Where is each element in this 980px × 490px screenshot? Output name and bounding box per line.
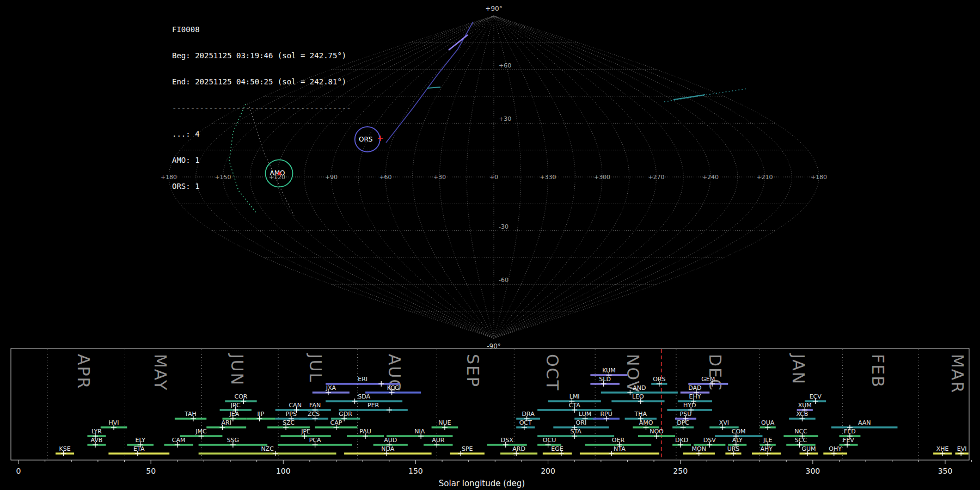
east-track-dotted xyxy=(664,89,747,102)
capture-info: FI0008 Beg: 20251125 03:19:46 (sol = 242… xyxy=(172,8,351,208)
activity-timeline: APRMAYJUNJULAUGSEPOCTNOVDECJANFEBMARKUME… xyxy=(11,348,972,488)
shower-label-cor: COR xyxy=(234,393,247,400)
shower-label-leo: LEO xyxy=(632,393,644,400)
shower-label-jxa: JXA xyxy=(326,384,336,391)
month-label-mar: MAR xyxy=(948,354,967,394)
shower-label-aan: AAN xyxy=(858,419,871,426)
shower-label-sta: STA xyxy=(570,428,581,435)
info-separator: --------------------------------------- xyxy=(172,103,351,112)
shower-label-per: PER xyxy=(367,402,379,409)
x-tick-label: 300 xyxy=(805,467,820,475)
month-label-oct: OCT xyxy=(543,354,562,391)
latitude-label: -30 xyxy=(499,223,509,230)
count-amo: AMO: 1 xyxy=(172,156,351,164)
shower-label-sld: SLD xyxy=(599,376,611,383)
begin-time: Beg: 20251125 03:19:46 (sol = 242.75°) xyxy=(172,51,351,60)
shower-label-ocu: OCU xyxy=(543,437,556,444)
pole-north-label: +90° xyxy=(485,5,502,13)
longitude-label: +210 xyxy=(756,174,773,181)
shower-label-ssg: SSG xyxy=(227,437,240,444)
month-label-apr: APR xyxy=(74,354,93,389)
longitude-label: +60 xyxy=(379,174,391,181)
x-tick-label: 250 xyxy=(673,467,688,475)
shower-label-dpc: DPC xyxy=(677,419,689,426)
month-label-feb: FEB xyxy=(868,354,887,388)
shower-label-eri: ERI xyxy=(358,376,367,383)
shower-label-ari: ARI xyxy=(222,419,231,426)
shower-label-nue: NUE xyxy=(438,419,451,426)
shower-label-and: AND xyxy=(633,384,646,391)
shower-label-fan: FAN xyxy=(309,402,321,409)
count-sporadic: ...: 4 xyxy=(172,130,351,138)
shower-label-kum: KUM xyxy=(602,367,615,374)
x-tick-label: 200 xyxy=(541,467,555,475)
month-label-may: MAY xyxy=(151,354,170,391)
shower-label-amo: AMO xyxy=(639,419,653,426)
shower-label-aur: AUR xyxy=(432,437,445,444)
shower-label-jle: JLE xyxy=(763,437,772,444)
month-label-jul: JUL xyxy=(306,353,325,383)
shower-label-aly: ALY xyxy=(732,437,743,444)
shower-label-gdr: GDR xyxy=(339,411,352,418)
shower-label-ohy: OHY xyxy=(829,445,842,452)
shower-label-cta: CTA xyxy=(569,402,581,409)
shower-label-ard: ARD xyxy=(512,445,525,452)
longitude-label: +0 xyxy=(489,174,498,181)
shower-label-jmc: JMC xyxy=(195,428,207,435)
shower-label-jrc: JRC xyxy=(230,402,241,409)
shower-label-cap: CAP xyxy=(330,419,342,426)
shower-label-spe: SPE xyxy=(462,445,473,452)
shower-label-dad: DAD xyxy=(688,384,701,391)
shower-label-tha: THA xyxy=(634,411,647,418)
x-axis: 050100150200250300350Solar longitude (de… xyxy=(16,460,972,488)
shower-bars: KUMERISLDORSGEMJXAKCGANDDADCORSDALMILEOE… xyxy=(56,367,969,456)
ors-meteor-trail xyxy=(386,22,473,143)
station-id: FI0008 xyxy=(172,25,351,34)
shower-label-nda: NDA xyxy=(381,445,395,452)
latitude-label: +30 xyxy=(499,115,511,122)
shower-label-ors: ORS xyxy=(653,376,665,383)
shower-label-com: COM xyxy=(732,428,746,435)
shower-label-scc: SCC xyxy=(795,437,807,444)
shower-label-hyd: HYD xyxy=(683,402,696,409)
shower-label-mon: MON xyxy=(692,445,706,452)
shower-label-nia: NIA xyxy=(414,428,425,435)
latitude-label: +60 xyxy=(499,62,511,69)
month-label-dec: DEC xyxy=(706,354,725,391)
shower-label-ege: EGE xyxy=(551,445,563,452)
shower-label-oer: OER xyxy=(612,437,625,444)
shower-label-eta: ETA xyxy=(133,445,145,452)
shower-label-dra: DRA xyxy=(522,411,535,418)
x-tick-label: 0 xyxy=(16,467,21,475)
shower-label-aud: AUD xyxy=(384,437,397,444)
shower-label-pps: PPS xyxy=(286,411,297,418)
shower-label-xum: XUM xyxy=(798,402,812,409)
shower-label-xvi: XVI xyxy=(719,419,729,426)
shower-label-oct: OCT xyxy=(519,419,532,426)
month-label-jun: JUN xyxy=(228,353,247,386)
pole-south-label: -90° xyxy=(487,342,501,350)
x-tick-label: 150 xyxy=(408,467,423,475)
shower-label-ori: ORI xyxy=(576,419,587,426)
meteor-detection-report: +90°-90°+60+30-30-60+180+150+120+90+60+3… xyxy=(0,0,980,490)
shower-label-jpe: JPE xyxy=(301,428,310,435)
shower-label-iip: IIP xyxy=(257,411,264,418)
shower-label-psu: PSU xyxy=(680,411,692,418)
meridian-line xyxy=(413,16,494,338)
count-ors: ORS: 1 xyxy=(172,182,351,191)
month-label-jan: JAN xyxy=(789,353,808,385)
shower-label-lyr: LYR xyxy=(91,428,102,435)
shower-label-dsx: DSX xyxy=(501,437,513,444)
shower-label-tah: TAH xyxy=(184,411,197,418)
shower-label-szc: SZC xyxy=(283,419,295,426)
shower-label-jea: JEA xyxy=(229,411,239,418)
latitude-label: -60 xyxy=(499,277,509,284)
shower-label-urs: URS xyxy=(727,445,740,452)
shower-label-ahy: AHY xyxy=(760,445,773,452)
shower-label-ely: ELY xyxy=(136,437,146,444)
month-label-sep: SEP xyxy=(463,354,482,388)
shower-label-gem: GEM xyxy=(701,376,715,383)
shower-label-ecv: ECV xyxy=(810,393,822,400)
shower-label-nta: NTA xyxy=(614,445,626,452)
shower-label-zcs: ZCS xyxy=(308,411,320,418)
